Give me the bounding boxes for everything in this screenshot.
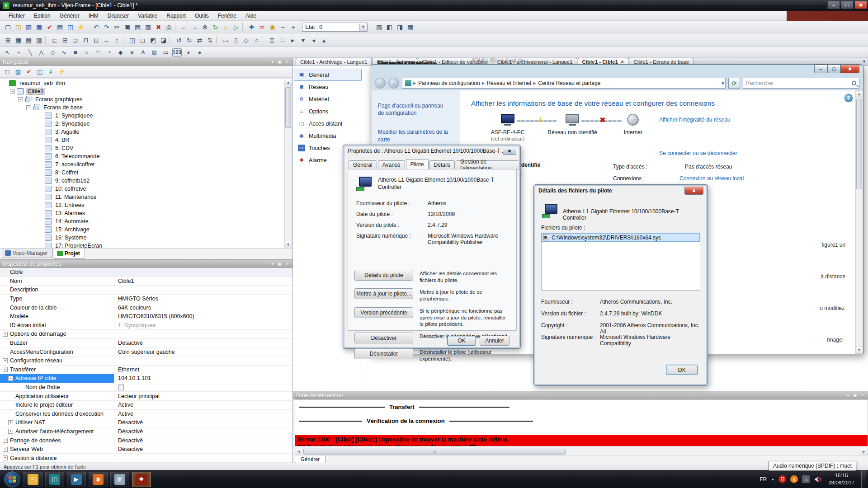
- property-row[interactable]: Couleur de la cible 64K couleurs: [0, 303, 292, 312]
- maximize-button[interactable]: ▢: [841, 1, 854, 9]
- dialog-tab[interactable]: Avancé: [378, 160, 405, 169]
- power-plug-warning-icon[interactable]: ⚠: [802, 475, 810, 483]
- property-expander-icon[interactable]: +: [3, 438, 8, 443]
- document-tab[interactable]: Cible1 - Archivage - Langue1: [296, 58, 372, 66]
- property-row[interactable]: − Transférer Ethernet: [0, 366, 292, 375]
- tree-item[interactable]: 4: BR: [0, 136, 284, 144]
- menu-item[interactable]: Aide: [241, 12, 260, 20]
- forward-icon[interactable]: →: [388, 78, 399, 89]
- menu-item[interactable]: Rapport: [162, 12, 190, 20]
- navigator-tab[interactable]: Vijeo-Manager: [2, 249, 53, 258]
- same-size-icon[interactable]: ◇: [241, 35, 251, 45]
- property-value[interactable]: Ethernet: [118, 366, 139, 373]
- scroll-right-icon[interactable]: ►: [860, 448, 868, 455]
- rotate-left-icon[interactable]: ↺: [174, 35, 184, 45]
- same-width-icon[interactable]: ▭: [220, 35, 231, 45]
- switch-icon[interactable]: ▭: [161, 48, 170, 56]
- property-value[interactable]: Activé: [118, 411, 133, 417]
- dialog-tab[interactable]: Pilote: [406, 159, 429, 170]
- delete-icon[interactable]: ✖: [153, 22, 164, 32]
- image-icon[interactable]: ▨: [150, 48, 159, 56]
- tree-item[interactable]: 17: ProprieteEcran: [0, 242, 284, 249]
- bring-front-icon[interactable]: ◩: [148, 35, 158, 45]
- breadcrumb-item[interactable]: Panneau de configuration: [418, 80, 480, 86]
- close-button[interactable]: ✖: [854, 1, 867, 9]
- close-icon[interactable]: ✕: [284, 262, 290, 266]
- back-icon[interactable]: ←: [179, 22, 189, 32]
- driver-action-button[interactable]: Désactiver: [354, 333, 413, 343]
- editor-sidebar-item[interactable]: ▣ Général: [294, 69, 362, 81]
- group-icon[interactable]: ◫: [127, 35, 137, 45]
- scroll-up-icon[interactable]: ▲: [856, 91, 863, 98]
- spacing-icon[interactable]: ∷: [277, 35, 288, 45]
- scrollbar-thumb[interactable]: [856, 99, 862, 189]
- property-row[interactable]: Cible: [0, 268, 292, 277]
- property-value[interactable]: Désactivé: [118, 437, 143, 444]
- tree-item[interactable]: reaumur_seb_ihm: [0, 79, 284, 87]
- tree-item[interactable]: 12: Entrees: [0, 201, 284, 209]
- property-expander-icon[interactable]: −: [3, 367, 8, 372]
- property-value[interactable]: Désactivé: [118, 428, 143, 435]
- tree-item[interactable]: − Ecrans de base: [0, 103, 284, 112]
- tree-item[interactable]: 6: Telecommande: [0, 152, 284, 160]
- taskbar-app-button[interactable]: ✱: [132, 472, 151, 487]
- close-tab-icon[interactable]: ✕: [621, 60, 624, 64]
- property-expander-icon[interactable]: +: [3, 332, 8, 337]
- separator[interactable]: |: [45, 36, 48, 44]
- forward-icon[interactable]: →: [189, 22, 200, 32]
- pin-icon[interactable]: ▣: [277, 60, 283, 64]
- order-icon[interactable]: ≣: [267, 35, 277, 45]
- open-icon[interactable]: ◱: [13, 22, 24, 32]
- generate-tab[interactable]: Générer: [295, 455, 326, 463]
- cut-icon[interactable]: ✂: [112, 22, 122, 32]
- arc-icon[interactable]: ◠: [93, 48, 103, 56]
- property-value[interactable]: Désactivé: [118, 419, 143, 426]
- grid-snap-icon[interactable]: ▦: [405, 22, 415, 32]
- tray-expand-icon[interactable]: ▲: [771, 477, 775, 481]
- paste-icon[interactable]: ▤: [132, 22, 143, 32]
- tree-item[interactable]: 9: coffretb1b2: [0, 177, 284, 185]
- internet-globe-icon[interactable]: [627, 114, 639, 126]
- property-row[interactable]: + Gestion à distance: [0, 454, 292, 463]
- tree-item[interactable]: 3: Aiguille: [0, 128, 284, 136]
- search-icon[interactable]: [852, 81, 856, 85]
- scroll-down-icon[interactable]: ▼: [856, 346, 863, 353]
- cancel-button[interactable]: Annuler: [480, 336, 509, 346]
- nudge-down-icon[interactable]: ▾: [298, 35, 308, 45]
- property-row[interactable]: Nom Cible1: [0, 277, 292, 286]
- align-right-icon[interactable]: ⊐: [70, 35, 80, 45]
- editor-sidebar-item[interactable]: ≣ Réseau: [294, 81, 362, 93]
- refresh-icon[interactable]: ↻: [210, 22, 221, 32]
- property-row[interactable]: ID écran initial 1: Synoptiquee: [0, 321, 292, 330]
- align-center-icon[interactable]: ⊟: [60, 35, 70, 45]
- separator[interactable]: |: [216, 36, 219, 44]
- property-row[interactable]: Nom de l'hôte: [0, 383, 292, 392]
- tree-item[interactable]: − Ecrans graphiques: [0, 95, 284, 103]
- property-value[interactable]: 104.10.1.101: [118, 375, 151, 381]
- close-button[interactable]: ✖: [840, 65, 859, 73]
- scroll-left-icon[interactable]: ◄: [295, 448, 302, 455]
- tree-item[interactable]: 10: coffretve: [0, 185, 284, 193]
- scroll-down-icon[interactable]: ▼: [285, 241, 292, 248]
- report-icon[interactable]: ▤: [55, 22, 65, 32]
- driver-files-listbox[interactable]: ▦ C:\Windows\system32\DRIVERS\l160x64.sy…: [541, 233, 700, 291]
- ok-button[interactable]: OK: [447, 336, 476, 346]
- menu-item[interactable]: Edition: [30, 12, 55, 20]
- stop-icon[interactable]: ⊗: [200, 22, 210, 32]
- tree-item[interactable]: 11: Maintenance: [0, 193, 284, 201]
- screens-icon[interactable]: ◫: [65, 22, 75, 32]
- tree-item[interactable]: 7: acceuilcoffret: [0, 160, 284, 169]
- validate-icon[interactable]: ✔: [44, 22, 55, 32]
- help-icon[interactable]: ?: [844, 94, 853, 102]
- tree-item[interactable]: 8: Coffret: [0, 169, 284, 177]
- dialog-tab[interactable]: Général: [349, 160, 377, 169]
- dialog-tab[interactable]: Gestion de l'alimentation: [456, 160, 519, 169]
- property-row[interactable]: + Partage de données Désactivé: [0, 436, 292, 445]
- panel-menu-icon[interactable]: ▾: [269, 60, 275, 64]
- state-combobox[interactable]: Etat : 0 ▼: [302, 23, 368, 32]
- chevron-down-icon[interactable]: ▼: [721, 81, 725, 86]
- property-expander-icon[interactable]: +: [8, 429, 13, 434]
- validate-project-icon[interactable]: ✔: [24, 67, 34, 77]
- new-screen-icon[interactable]: ◻: [2, 67, 13, 77]
- io-tune-icon[interactable]: ≍: [257, 22, 267, 32]
